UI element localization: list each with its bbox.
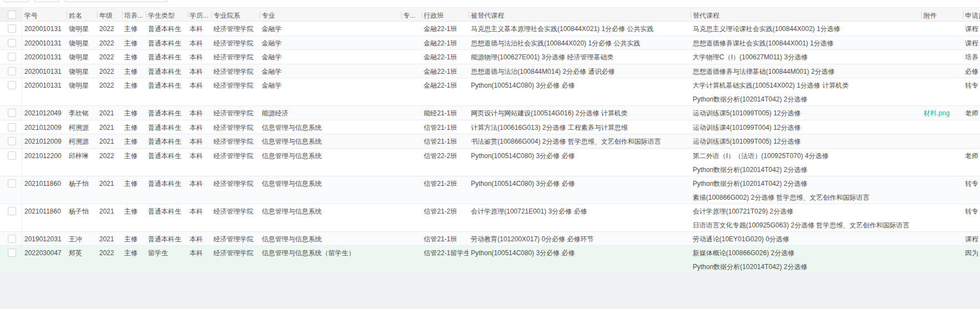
cell-admin-class: 信管21-1班 (422, 134, 469, 148)
cell-replaced-course: 能源物理(100627E001) 3分选修 经济管理基础类 (469, 50, 690, 64)
cell-name: 杨子怡 (67, 176, 97, 204)
row-checkbox[interactable] (8, 235, 16, 243)
row-checkbox[interactable] (8, 137, 16, 145)
row-select-cell (0, 232, 22, 246)
cell-student-id: 2021012049 (22, 106, 67, 120)
cell-name: 王冲 (67, 232, 97, 246)
cell-student-id: 2020010131 (22, 50, 67, 64)
cell-student-id: 2021011860 (22, 204, 67, 231)
column-header-replaced-course: 被替代课程 (469, 8, 690, 21)
cell-admin-class: 信管22-2班 (422, 149, 469, 176)
table-row: 2022030047郑英2022主修留学生本科经济管理学院信息管理与信息系统（留… (0, 246, 980, 273)
course-substitution-page: 学号姓名年级培养...学生类型学历...专业院系专业专...行政班被替代课程替代… (0, 0, 980, 309)
cell-department: 经济管理学院 (211, 246, 260, 273)
cell-replaced-course: Python(100514C080) 3分必修 必修 (469, 149, 690, 176)
cell-student-type: 普通本科生 (146, 50, 187, 64)
row-checkbox[interactable] (8, 67, 16, 75)
cell-admin-class: 金融22-1班 (422, 78, 469, 105)
cell-degree: 本科 (187, 36, 211, 50)
course-substitution-table: 学号姓名年级培养...学生类型学历...专业院系专业专...行政班被替代课程替代… (0, 7, 980, 273)
cell-degree: 本科 (187, 120, 211, 134)
cell-student-id: 2020010131 (22, 64, 67, 78)
cell-major: 信息管理与信息系统（留学生） (260, 246, 401, 273)
attachment-link[interactable]: 材料.png (923, 109, 949, 117)
cell-student-id: 2020010131 (22, 78, 67, 105)
cell-major: 能源经济 (260, 106, 401, 120)
cell-substitute-courses: 劳动通论(10EY01G020) 0分选修 (690, 232, 921, 246)
cell-name: 饶明星 (67, 22, 97, 36)
cell-degree: 本科 (187, 246, 211, 273)
cell-student-type: 留学生 (146, 246, 187, 273)
cell-degree: 本科 (187, 176, 211, 204)
cell-department: 经济管理学院 (211, 106, 260, 120)
cell-grade: 2021 (97, 176, 122, 204)
cell-department: 经济管理学院 (211, 36, 260, 50)
cell-training: 主修 (122, 149, 146, 176)
cell-degree: 本科 (187, 64, 211, 78)
substitute-course-line: 新媒体概论(100866G026) 2分选修 (693, 249, 919, 257)
row-checkbox[interactable] (8, 109, 16, 117)
cell-attachment (921, 36, 963, 50)
cell-attachment (921, 134, 963, 148)
column-header-grade: 年级 (97, 8, 122, 21)
cell-major-trunc (401, 22, 422, 36)
row-checkbox[interactable] (8, 123, 16, 131)
row-checkbox[interactable] (8, 207, 16, 215)
substitute-course-line: 大学计算机基础实践(100514X002) 1分选修 计算机类 (693, 82, 919, 89)
cell-grade: 2022 (97, 149, 122, 176)
cell-replaced-course: 网页设计与网站建设(100514G016) 2分选修 计算机类 (469, 106, 690, 120)
row-checkbox[interactable] (8, 39, 16, 47)
cell-reason: 老师 (963, 149, 980, 176)
column-header-attachment: 附件 (921, 8, 963, 21)
toolbar-button-fragment[interactable] (4, 0, 29, 2)
toolbar-button-fragment[interactable] (34, 0, 59, 2)
row-checkbox[interactable] (8, 24, 16, 33)
cell-reason: 课程 (963, 22, 980, 36)
cell-department: 经济管理学院 (211, 232, 260, 246)
cell-name: 饶明星 (67, 78, 97, 105)
column-header-admin-class: 行政班 (422, 8, 469, 21)
cell-grade: 2022 (97, 50, 122, 64)
page-background-strip (0, 273, 980, 309)
select-all-checkbox[interactable] (8, 11, 16, 19)
row-checkbox[interactable] (8, 81, 16, 89)
row-select-cell (0, 22, 22, 36)
cell-name: 饶明星 (67, 36, 97, 50)
table-row: 2021012049李欣铭2021主修普通本科生本科经济管理学院能源经济能经21… (0, 106, 980, 120)
cell-substitute-courses: 大学计算机基础实践(100514X002) 1分选修 计算机类Python数据分… (690, 78, 921, 105)
row-checkbox[interactable] (8, 179, 16, 188)
column-header-student-id: 学号 (22, 8, 67, 21)
cell-degree: 本科 (187, 106, 211, 120)
cell-student-id: 2020010131 (22, 22, 67, 36)
cell-replaced-course: 思想道德与法治(100844M014) 2分必修 通识必修 (469, 64, 690, 78)
substitute-course-line: 运动训练课4(101099T004) 12分选修 (693, 124, 919, 131)
cell-department: 经济管理学院 (211, 22, 260, 36)
cell-major: 金融学 (260, 50, 401, 64)
row-checkbox[interactable] (8, 249, 16, 257)
column-header-major-trunc: 专... (401, 8, 422, 21)
substitute-course-line: 思想道德修养课社会实践(100844X001) 1分选修 (693, 39, 919, 47)
column-header-name: 姓名 (67, 8, 97, 21)
cell-attachment (921, 149, 963, 176)
substitute-course-line: 劳动通论(10EY01G020) 0分选修 (693, 235, 919, 243)
cell-attachment (921, 120, 963, 134)
row-checkbox[interactable] (8, 53, 16, 61)
table-row: 2020010131饶明星2022主修普通本科生本科经济管理学院金融学金融22-… (0, 22, 980, 36)
cell-substitute-courses: 马克思主义理论课社会实践(100844X002) 1分选修 (690, 22, 921, 36)
column-header-department: 专业院系 (211, 8, 260, 21)
cell-major-trunc (401, 232, 422, 246)
column-header-major: 专业 (260, 8, 401, 21)
cell-training: 主修 (122, 176, 146, 204)
cell-degree: 本科 (187, 134, 211, 148)
cell-major: 信息管理与信息系统 (260, 232, 401, 246)
cell-replaced-course: Python(100514C080) 3分必修 必修 (469, 176, 690, 204)
cell-admin-class: 金融22-1班 (422, 22, 469, 36)
row-select-cell (0, 120, 22, 134)
toolbar-input-fragment[interactable] (64, 0, 167, 2)
cell-student-id: 2021012009 (22, 120, 67, 134)
cell-reason: 培养 (963, 50, 980, 64)
cell-student-type: 普通本科生 (146, 176, 187, 204)
cell-grade: 2021 (97, 106, 122, 120)
substitute-course-line: 马克思主义理论课社会实践(100844X002) 1分选修 (693, 25, 919, 33)
row-checkbox[interactable] (8, 151, 16, 160)
